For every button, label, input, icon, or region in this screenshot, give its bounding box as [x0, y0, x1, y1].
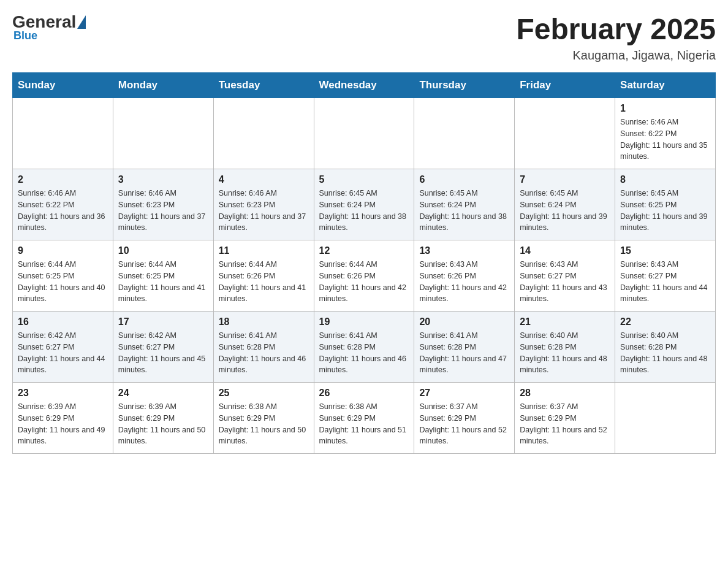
calendar-week-row: 1Sunrise: 6:46 AM Sunset: 6:22 PM Daylig…	[13, 98, 716, 169]
day-info: Sunrise: 6:42 AM Sunset: 6:27 PM Dayligh…	[118, 330, 208, 376]
day-info: Sunrise: 6:37 AM Sunset: 6:29 PM Dayligh…	[520, 401, 610, 447]
day-number: 12	[319, 245, 409, 256]
day-number: 24	[118, 388, 208, 399]
logo: General Blue	[12, 12, 86, 42]
day-number: 27	[419, 388, 509, 399]
day-number: 23	[18, 388, 108, 399]
col-header-sunday: Sunday	[13, 73, 113, 98]
day-info: Sunrise: 6:45 AM Sunset: 6:24 PM Dayligh…	[419, 188, 509, 234]
calendar-cell	[213, 98, 314, 169]
day-number: 6	[419, 174, 509, 185]
calendar-cell: 13Sunrise: 6:43 AM Sunset: 6:26 PM Dayli…	[414, 240, 515, 312]
day-number: 17	[118, 316, 208, 327]
day-number: 20	[419, 316, 509, 327]
calendar-cell: 14Sunrise: 6:43 AM Sunset: 6:27 PM Dayli…	[515, 240, 615, 312]
logo-blue-text: Blue	[13, 29, 37, 42]
day-info: Sunrise: 6:38 AM Sunset: 6:29 PM Dayligh…	[319, 401, 409, 447]
col-header-monday: Monday	[113, 73, 213, 98]
calendar-cell: 21Sunrise: 6:40 AM Sunset: 6:28 PM Dayli…	[515, 312, 615, 383]
calendar-cell: 27Sunrise: 6:37 AM Sunset: 6:29 PM Dayli…	[414, 383, 515, 454]
day-info: Sunrise: 6:41 AM Sunset: 6:28 PM Dayligh…	[419, 330, 509, 376]
col-header-wednesday: Wednesday	[314, 73, 414, 98]
calendar-cell: 7Sunrise: 6:45 AM Sunset: 6:24 PM Daylig…	[515, 169, 615, 240]
calendar-cell	[113, 98, 213, 169]
calendar-cell	[13, 98, 113, 169]
day-info: Sunrise: 6:45 AM Sunset: 6:25 PM Dayligh…	[620, 188, 710, 234]
calendar-header-row: SundayMondayTuesdayWednesdayThursdayFrid…	[13, 73, 716, 98]
calendar-cell: 22Sunrise: 6:40 AM Sunset: 6:28 PM Dayli…	[615, 312, 716, 383]
col-header-friday: Friday	[515, 73, 615, 98]
calendar-cell	[615, 383, 716, 454]
calendar-cell: 23Sunrise: 6:39 AM Sunset: 6:29 PM Dayli…	[13, 383, 113, 454]
day-number: 18	[219, 316, 309, 327]
calendar-week-row: 2Sunrise: 6:46 AM Sunset: 6:22 PM Daylig…	[13, 169, 716, 240]
day-number: 1	[620, 103, 710, 114]
day-info: Sunrise: 6:46 AM Sunset: 6:23 PM Dayligh…	[219, 188, 309, 234]
calendar-cell: 6Sunrise: 6:45 AM Sunset: 6:24 PM Daylig…	[414, 169, 515, 240]
page-header: General Blue February 2025 Kaugama, Jiga…	[12, 12, 716, 63]
calendar-cell: 11Sunrise: 6:44 AM Sunset: 6:26 PM Dayli…	[213, 240, 314, 312]
day-info: Sunrise: 6:37 AM Sunset: 6:29 PM Dayligh…	[419, 401, 509, 447]
day-info: Sunrise: 6:46 AM Sunset: 6:23 PM Dayligh…	[118, 188, 208, 234]
day-info: Sunrise: 6:44 AM Sunset: 6:25 PM Dayligh…	[118, 259, 208, 305]
day-info: Sunrise: 6:45 AM Sunset: 6:24 PM Dayligh…	[520, 188, 610, 234]
calendar-week-row: 9Sunrise: 6:44 AM Sunset: 6:25 PM Daylig…	[13, 240, 716, 312]
day-number: 26	[319, 388, 409, 399]
month-title: February 2025	[516, 12, 716, 46]
day-number: 4	[219, 174, 309, 185]
day-info: Sunrise: 6:44 AM Sunset: 6:26 PM Dayligh…	[219, 259, 309, 305]
day-info: Sunrise: 6:46 AM Sunset: 6:22 PM Dayligh…	[620, 117, 710, 163]
title-block: February 2025 Kaugama, Jigawa, Nigeria	[516, 12, 716, 63]
calendar-cell: 17Sunrise: 6:42 AM Sunset: 6:27 PM Dayli…	[113, 312, 213, 383]
calendar-table: SundayMondayTuesdayWednesdayThursdayFrid…	[12, 72, 716, 454]
calendar-cell: 19Sunrise: 6:41 AM Sunset: 6:28 PM Dayli…	[314, 312, 414, 383]
day-info: Sunrise: 6:42 AM Sunset: 6:27 PM Dayligh…	[18, 330, 108, 376]
calendar-cell: 28Sunrise: 6:37 AM Sunset: 6:29 PM Dayli…	[515, 383, 615, 454]
calendar-cell: 25Sunrise: 6:38 AM Sunset: 6:29 PM Dayli…	[213, 383, 314, 454]
calendar-week-row: 23Sunrise: 6:39 AM Sunset: 6:29 PM Dayli…	[13, 383, 716, 454]
calendar-cell	[515, 98, 615, 169]
day-number: 22	[620, 316, 710, 327]
calendar-cell: 20Sunrise: 6:41 AM Sunset: 6:28 PM Dayli…	[414, 312, 515, 383]
calendar-week-row: 16Sunrise: 6:42 AM Sunset: 6:27 PM Dayli…	[13, 312, 716, 383]
day-info: Sunrise: 6:41 AM Sunset: 6:28 PM Dayligh…	[319, 330, 409, 376]
col-header-thursday: Thursday	[414, 73, 515, 98]
day-number: 9	[18, 245, 108, 256]
location: Kaugama, Jigawa, Nigeria	[516, 48, 716, 63]
calendar-cell: 26Sunrise: 6:38 AM Sunset: 6:29 PM Dayli…	[314, 383, 414, 454]
day-number: 14	[520, 245, 610, 256]
calendar-cell: 1Sunrise: 6:46 AM Sunset: 6:22 PM Daylig…	[615, 98, 716, 169]
day-info: Sunrise: 6:41 AM Sunset: 6:28 PM Dayligh…	[219, 330, 309, 376]
calendar-cell	[414, 98, 515, 169]
day-info: Sunrise: 6:44 AM Sunset: 6:26 PM Dayligh…	[319, 259, 409, 305]
calendar-cell: 5Sunrise: 6:45 AM Sunset: 6:24 PM Daylig…	[314, 169, 414, 240]
calendar-cell: 9Sunrise: 6:44 AM Sunset: 6:25 PM Daylig…	[13, 240, 113, 312]
day-info: Sunrise: 6:43 AM Sunset: 6:27 PM Dayligh…	[520, 259, 610, 305]
day-number: 2	[18, 174, 108, 185]
day-number: 13	[419, 245, 509, 256]
day-number: 10	[118, 245, 208, 256]
day-number: 11	[219, 245, 309, 256]
calendar-cell: 16Sunrise: 6:42 AM Sunset: 6:27 PM Dayli…	[13, 312, 113, 383]
day-info: Sunrise: 6:38 AM Sunset: 6:29 PM Dayligh…	[219, 401, 309, 447]
day-number: 3	[118, 174, 208, 185]
day-info: Sunrise: 6:40 AM Sunset: 6:28 PM Dayligh…	[520, 330, 610, 376]
col-header-saturday: Saturday	[615, 73, 716, 98]
calendar-cell: 3Sunrise: 6:46 AM Sunset: 6:23 PM Daylig…	[113, 169, 213, 240]
day-info: Sunrise: 6:44 AM Sunset: 6:25 PM Dayligh…	[18, 259, 108, 305]
day-info: Sunrise: 6:39 AM Sunset: 6:29 PM Dayligh…	[18, 401, 108, 447]
day-info: Sunrise: 6:46 AM Sunset: 6:22 PM Dayligh…	[18, 188, 108, 234]
day-info: Sunrise: 6:43 AM Sunset: 6:26 PM Dayligh…	[419, 259, 509, 305]
day-number: 8	[620, 174, 710, 185]
day-info: Sunrise: 6:40 AM Sunset: 6:28 PM Dayligh…	[620, 330, 710, 376]
calendar-cell: 15Sunrise: 6:43 AM Sunset: 6:27 PM Dayli…	[615, 240, 716, 312]
calendar-cell: 18Sunrise: 6:41 AM Sunset: 6:28 PM Dayli…	[213, 312, 314, 383]
logo-triangle-icon	[77, 15, 86, 29]
calendar-cell: 12Sunrise: 6:44 AM Sunset: 6:26 PM Dayli…	[314, 240, 414, 312]
col-header-tuesday: Tuesday	[213, 73, 314, 98]
calendar-cell: 10Sunrise: 6:44 AM Sunset: 6:25 PM Dayli…	[113, 240, 213, 312]
day-number: 21	[520, 316, 610, 327]
day-number: 5	[319, 174, 409, 185]
calendar-cell: 4Sunrise: 6:46 AM Sunset: 6:23 PM Daylig…	[213, 169, 314, 240]
day-number: 16	[18, 316, 108, 327]
